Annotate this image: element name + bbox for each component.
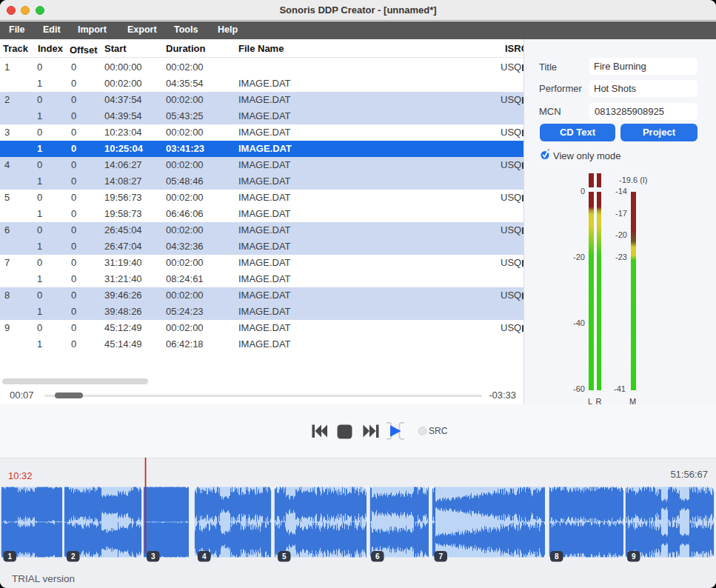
svg-text:5: 5	[282, 552, 287, 561]
svg-text:6: 6	[375, 552, 380, 561]
svg-text:8: 8	[555, 552, 559, 561]
svg-text:4: 4	[202, 552, 207, 561]
svg-text:2: 2	[71, 552, 76, 561]
svg-text:3: 3	[151, 552, 155, 561]
svg-text:7: 7	[438, 552, 443, 561]
svg-text:9: 9	[632, 552, 636, 561]
svg-text:1: 1	[7, 552, 12, 561]
